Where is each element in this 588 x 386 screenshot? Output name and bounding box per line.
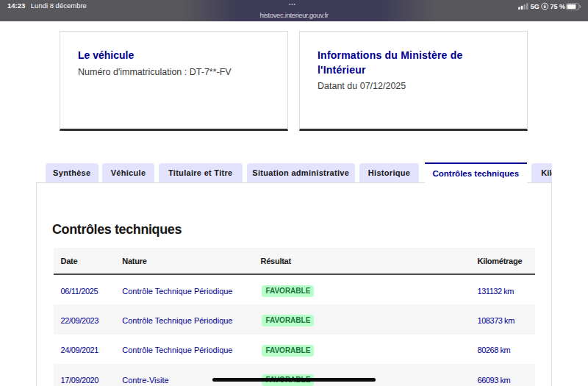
- svg-text:75 %: 75 %: [550, 3, 565, 10]
- svg-text:5G: 5G: [531, 3, 539, 10]
